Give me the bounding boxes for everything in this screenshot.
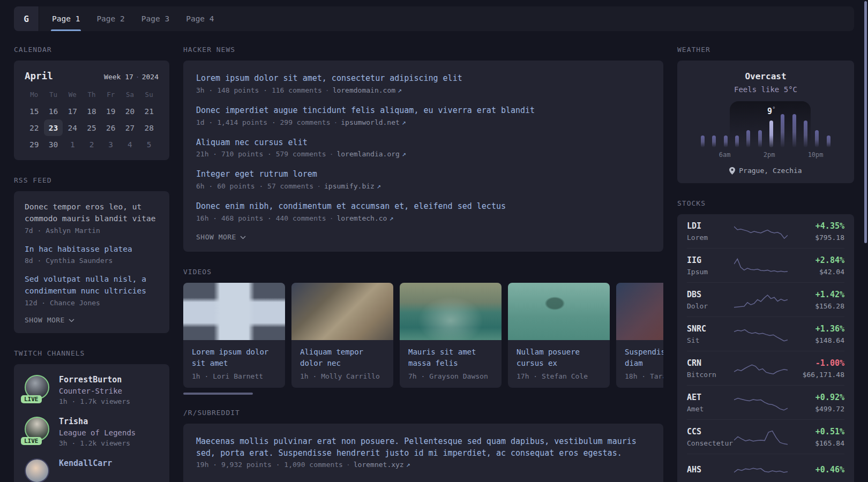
rss-item-title[interactable]: In hac habitasse platea (25, 244, 159, 255)
hn-story-domain[interactable]: ipsumworld.net (341, 118, 400, 126)
page-scrollbar[interactable] (864, 1, 867, 243)
video-title[interactable]: Nullam posuere cursus ex (517, 347, 601, 369)
video-title[interactable]: Suspendisse diam (625, 347, 663, 369)
videos-scrollbar[interactable] (183, 393, 663, 395)
rss-item-title[interactable]: Donec tempor eros leo, ut commodo mauris… (25, 201, 159, 225)
video-thumbnail[interactable] (291, 283, 393, 340)
hour-label: 10pm (808, 151, 824, 159)
hn-story-title[interactable]: Integer eget rutrum lorem (196, 169, 650, 180)
hn-story-domain[interactable]: loremlandia.org (336, 150, 399, 158)
calendar-day: 26 (101, 119, 121, 136)
weekday-label: Th (82, 91, 101, 99)
weather-bar (769, 120, 773, 147)
calendar-grid: 1516171819202122232425262728293012345 (25, 103, 159, 153)
avatar-image (25, 458, 49, 482)
avatar[interactable]: LIVE (25, 375, 49, 400)
stock-change: +2.84% (788, 255, 844, 265)
right-column: WEATHER Overcast Feels like 5°C 9° 6am2p… (677, 46, 854, 482)
middle-column: HACKER NEWS Lorem ipsum dolor sit amet, … (183, 46, 663, 482)
dot-separator: · (330, 214, 334, 222)
twitch-game-name: Counter-Strike (59, 387, 130, 395)
stock-row[interactable]: AETAmet +0.92%$499.72 (687, 385, 844, 419)
video-title[interactable]: Aliquam tempor dolor nec pharetra… (300, 347, 385, 369)
rss-item-meta: 12d · Chance Jones (25, 299, 159, 307)
calendar-day: 30 (44, 136, 63, 153)
calendar-day: 25 (82, 119, 101, 136)
videos-carousel: Lorem ipsum dolor sit amet consectetu… 1… (183, 283, 663, 388)
stock-symbol: AET (687, 393, 734, 402)
stock-row[interactable]: CCSConsectetur +0.51%$165.84 (687, 419, 844, 454)
reddit-post-domain[interactable]: loremnet.xyz (354, 461, 404, 469)
video-meta: 1h · Molly Carrillo (300, 372, 385, 380)
hn-story-title[interactable]: Donec imperdiet augue tincidunt felis al… (196, 105, 650, 117)
video-title[interactable]: Mauris sit amet massa felis (408, 347, 493, 369)
video-thumbnail[interactable] (183, 283, 285, 340)
twitch-channel-name[interactable]: KendallCarr (59, 458, 112, 468)
tab-page-4[interactable]: Page 4 (185, 6, 215, 31)
weather-bar (712, 135, 716, 147)
reddit-post-title[interactable]: Maecenas mollis pulvinar erat non posuer… (196, 436, 650, 460)
videos-scrollbar-thumb[interactable] (183, 393, 253, 395)
stock-name: Amet (687, 405, 734, 413)
rss-item-meta: 8d · Cynthia Saunders (25, 257, 159, 265)
weather-location: Prague, Czechia (687, 167, 844, 175)
dot-separator: · (325, 86, 330, 94)
stock-row[interactable]: IIGIpsum +2.84%$42.04 (687, 248, 844, 282)
calendar-day: 21 (139, 103, 159, 119)
twitch-channel-name[interactable]: Trisha (59, 417, 136, 426)
avatar[interactable]: LIVE (25, 417, 49, 441)
weather-widget: Overcast Feels like 5°C 9° 6am2pm10pm Pr… (677, 61, 854, 183)
hn-story: Lorem ipsum dolor sit amet, consectetur … (196, 73, 650, 94)
stock-row[interactable]: LDILorem +4.35%$795.18 (687, 214, 844, 248)
video-thumbnail[interactable] (508, 283, 610, 340)
stock-change: +4.35% (788, 221, 844, 231)
rss-item-title[interactable]: Sed volutpat nulla nisl, a condimentum n… (25, 274, 159, 297)
hn-story-title[interactable]: Lorem ipsum dolor sit amet, consectetur … (196, 73, 650, 85)
video-thumbnail[interactable] (400, 283, 502, 340)
weather-chart: 9° 6am2pm10pm (697, 110, 834, 159)
stock-sparkline (734, 359, 788, 378)
left-column: CALENDAR April Week 17·2024 Mo Tu We Th … (14, 46, 169, 482)
weekday-label: Tu (44, 91, 63, 99)
hn-story-title[interactable]: Aliquam nec cursus elit (196, 137, 650, 149)
twitch-channel-meta: 1h · 1.7k viewers (59, 397, 130, 405)
stock-row[interactable]: SNRCSit +1.36%$148.64 (687, 317, 844, 351)
current-temp-label: 9° (767, 106, 775, 116)
stock-row[interactable]: DBSDolor +1.42%$156.28 (687, 282, 844, 317)
hn-story-domain[interactable]: ipsumify.biz (324, 182, 375, 190)
dot-separator: · (317, 182, 321, 190)
hacker-news-section-title: HACKER NEWS (183, 46, 663, 54)
video-thumbnail[interactable] (616, 283, 663, 340)
rss-show-more-button[interactable]: SHOW MORE (25, 316, 159, 324)
top-nav: G Page 1 Page 2 Page 3 Page 4 (14, 6, 854, 31)
hour-label (775, 151, 785, 159)
hn-story-meta: 1d · 1,414 points · 299 comments (196, 118, 330, 126)
twitch-channel-name[interactable]: ForrestBurton (59, 375, 130, 385)
hour-label (742, 151, 752, 159)
avatar[interactable] (25, 458, 49, 482)
hour-label (731, 151, 742, 159)
calendar-day: 20 (121, 103, 140, 119)
hn-story-domain[interactable]: loremdomain.com (333, 86, 395, 94)
calendar-day: 3 (101, 136, 121, 153)
tab-page-2[interactable]: Page 2 (95, 6, 125, 31)
reddit-post-meta: 19h · 9,932 points · 1,090 comments (196, 461, 343, 469)
video-title[interactable]: Lorem ipsum dolor sit amet consectetu… (192, 347, 276, 369)
stock-symbol: CCS (687, 427, 734, 436)
hn-story-title[interactable]: Donec enim nibh, condimentum et accumsan… (196, 201, 650, 213)
stock-symbol: IIG (687, 255, 734, 265)
stock-change: +0.51% (788, 427, 844, 436)
video-card: Mauris sit amet massa felis 7h · Grayson… (400, 283, 502, 388)
weather-bar (746, 130, 750, 147)
hn-story-domain[interactable]: loremtech.co (336, 214, 387, 222)
calendar-day: 29 (25, 136, 44, 153)
hn-show-more-button[interactable]: SHOW MORE (196, 233, 650, 241)
tab-page-3[interactable]: Page 3 (140, 6, 170, 31)
stock-row[interactable]: CRNBitcorn -1.00%$66,171.48 (687, 351, 844, 385)
tab-page-1[interactable]: Page 1 (51, 6, 81, 31)
calendar-month: April (25, 71, 53, 81)
weather-bar (735, 135, 739, 147)
rss-item-meta: 7d · Ashlyn Martin (25, 227, 159, 235)
stock-row[interactable]: AHS +0.46% (687, 454, 844, 482)
hour-label (797, 151, 807, 159)
